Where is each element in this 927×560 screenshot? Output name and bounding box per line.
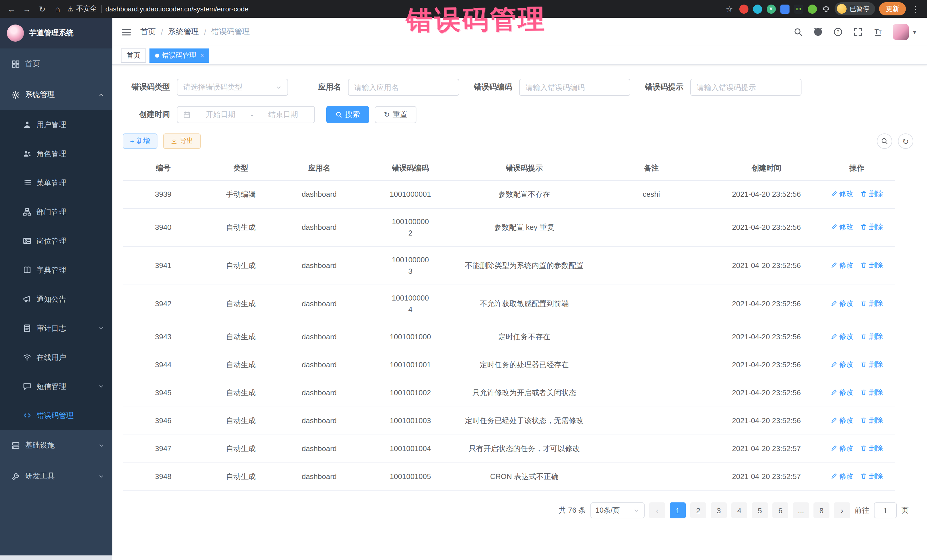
vue-devtools-icon[interactable]: V bbox=[766, 4, 775, 14]
sidebar-item-role[interactable]: 角色管理 bbox=[0, 139, 112, 168]
add-button[interactable]: + 新增 bbox=[123, 134, 158, 149]
sidebar-logo[interactable]: 芋道管理系统 bbox=[0, 18, 112, 49]
sidebar-item-online-user[interactable]: 在线用户 bbox=[0, 343, 112, 372]
sidebar-item-notice[interactable]: 通知公告 bbox=[0, 285, 112, 314]
table-row: 3947自动生成dashboard1001001004只有开启状态的任务，才可以… bbox=[123, 435, 895, 463]
caret-down-icon[interactable]: ▾ bbox=[913, 28, 916, 36]
puzzle-extension-icon[interactable] bbox=[821, 4, 830, 14]
breadcrumb-home[interactable]: 首页 bbox=[140, 27, 156, 37]
edit-link[interactable]: 修改 bbox=[831, 387, 853, 398]
breadcrumb-separator: / bbox=[161, 28, 163, 36]
pagination-page-4[interactable]: 4 bbox=[731, 502, 747, 518]
sidebar-item-post[interactable]: 岗位管理 bbox=[0, 226, 112, 255]
page-size-select[interactable]: 10条/页 bbox=[590, 502, 644, 518]
sidebar-scrollbar[interactable] bbox=[0, 555, 112, 560]
next-page-button[interactable]: › bbox=[834, 502, 850, 518]
cell-remark bbox=[588, 351, 714, 379]
tab-close-icon[interactable]: × bbox=[200, 52, 204, 59]
sidebar-item-dict[interactable]: 字典管理 bbox=[0, 255, 112, 285]
fullscreen-icon[interactable] bbox=[850, 23, 867, 41]
user-avatar[interactable] bbox=[893, 24, 909, 40]
onetab-extension-icon[interactable]: on bbox=[794, 4, 803, 14]
delete-link[interactable]: 删除 bbox=[860, 443, 883, 454]
error-code-input[interactable] bbox=[526, 83, 624, 91]
export-button[interactable]: 导出 bbox=[163, 134, 201, 149]
edit-link[interactable]: 修改 bbox=[831, 188, 853, 200]
browser-home-icon[interactable]: ⌂ bbox=[52, 3, 63, 15]
download-icon bbox=[170, 138, 178, 144]
pagination-page-5[interactable]: 5 bbox=[752, 502, 768, 518]
code-icon bbox=[23, 411, 31, 420]
profile-paused-button[interactable]: 已暂停 bbox=[834, 2, 875, 15]
tab-home[interactable]: 首页 bbox=[121, 48, 146, 62]
cell-remark bbox=[588, 407, 714, 435]
sidebar-item-infra[interactable]: 基础设施 bbox=[0, 430, 112, 461]
sidebar-item-audit-log[interactable]: 审计日志 bbox=[0, 314, 112, 343]
sidebar-item-error-code[interactable]: 错误码管理 bbox=[0, 401, 112, 430]
delete-link[interactable]: 删除 bbox=[860, 387, 883, 398]
edit-link[interactable]: 修改 bbox=[831, 470, 853, 482]
sidebar-item-menu[interactable]: 菜单管理 bbox=[0, 168, 112, 197]
error-type-select[interactable]: 请选择错误码类型 bbox=[177, 79, 288, 96]
reload-icon[interactable]: ↻ bbox=[36, 3, 48, 15]
breadcrumb-system[interactable]: 系统管理 bbox=[168, 27, 199, 37]
refresh-table-button[interactable]: ↻ bbox=[898, 134, 913, 149]
sidebar-item-system[interactable]: 系统管理 bbox=[0, 79, 112, 110]
sidebar-item-dev-tools[interactable]: 研发工具 bbox=[0, 461, 112, 492]
pagination-page-1[interactable]: 1 bbox=[670, 502, 686, 518]
grid-extension-icon[interactable] bbox=[780, 4, 789, 14]
edit-link[interactable]: 修改 bbox=[831, 443, 853, 454]
delete-link[interactable]: 删除 bbox=[860, 260, 883, 271]
edit-link[interactable]: 修改 bbox=[831, 260, 853, 271]
bookmark-star-icon[interactable]: ☆ bbox=[723, 3, 735, 15]
reset-button[interactable]: ↻ 重置 bbox=[375, 106, 416, 123]
github-icon[interactable] bbox=[810, 23, 827, 41]
help-icon[interactable]: ? bbox=[830, 23, 847, 41]
sidebar-item-sms[interactable]: 短信管理 bbox=[0, 372, 112, 401]
app-name-input[interactable] bbox=[354, 83, 453, 91]
browser-menu-icon[interactable]: ⋮ bbox=[910, 3, 921, 15]
browser-update-button[interactable]: 更新 bbox=[879, 2, 906, 15]
search-icon[interactable] bbox=[790, 23, 807, 41]
edit-link[interactable]: 修改 bbox=[831, 298, 853, 309]
delete-link[interactable]: 删除 bbox=[860, 221, 883, 233]
pagination-more[interactable]: ... bbox=[793, 502, 809, 518]
search-button[interactable]: 搜索 bbox=[326, 106, 369, 123]
refresh-icon: ↻ bbox=[902, 137, 909, 145]
prev-page-button[interactable]: ‹ bbox=[649, 502, 665, 518]
font-size-icon[interactable]: TT bbox=[870, 23, 887, 41]
error-message-input[interactable] bbox=[696, 83, 795, 91]
edit-link[interactable]: 修改 bbox=[831, 221, 853, 233]
record-extension-icon[interactable] bbox=[739, 4, 748, 14]
delete-link[interactable]: 删除 bbox=[860, 298, 883, 309]
delete-link[interactable]: 删除 bbox=[860, 414, 883, 426]
leaf-extension-icon[interactable] bbox=[807, 4, 817, 14]
sidebar-item-user[interactable]: 用户管理 bbox=[0, 110, 112, 139]
edit-link[interactable]: 修改 bbox=[831, 414, 853, 426]
delete-link[interactable]: 删除 bbox=[860, 470, 883, 482]
date-range-picker[interactable]: 开始日期 - 结束日期 bbox=[177, 106, 315, 123]
goto-page-input[interactable] bbox=[874, 502, 897, 518]
pagination-page-3[interactable]: 3 bbox=[711, 502, 727, 518]
sidebar-item-home[interactable]: 首页 bbox=[0, 49, 112, 79]
delete-link[interactable]: 删除 bbox=[860, 331, 883, 342]
back-icon[interactable]: ← bbox=[6, 3, 17, 15]
tab-error-code[interactable]: 错误码管理× bbox=[149, 48, 210, 62]
sidebar-item-dept[interactable]: 部门管理 bbox=[0, 197, 112, 226]
pagination-page-6[interactable]: 6 bbox=[772, 502, 789, 518]
hamburger-icon[interactable] bbox=[121, 27, 132, 37]
breadcrumb-current: 错误码管理 bbox=[211, 27, 250, 37]
security-chip[interactable]: ⚠ 不安全 bbox=[67, 4, 97, 14]
pagination-page-2[interactable]: 2 bbox=[690, 502, 706, 518]
forward-icon[interactable]: → bbox=[21, 3, 32, 15]
delete-link[interactable]: 删除 bbox=[860, 359, 883, 370]
picker-extension-icon[interactable] bbox=[753, 4, 762, 14]
delete-label: 删除 bbox=[869, 331, 883, 342]
edit-link[interactable]: 修改 bbox=[831, 359, 853, 370]
toggle-search-button[interactable] bbox=[877, 134, 892, 149]
url-text[interactable]: dashboard.yudao.iocoder.cn/system/error-… bbox=[106, 5, 249, 13]
pagination-page-8[interactable]: 8 bbox=[813, 502, 830, 518]
delete-link[interactable]: 删除 bbox=[860, 188, 883, 200]
edit-link[interactable]: 修改 bbox=[831, 331, 853, 342]
cell-message: 只允许修改为开启或者关闭状态 bbox=[460, 379, 588, 407]
